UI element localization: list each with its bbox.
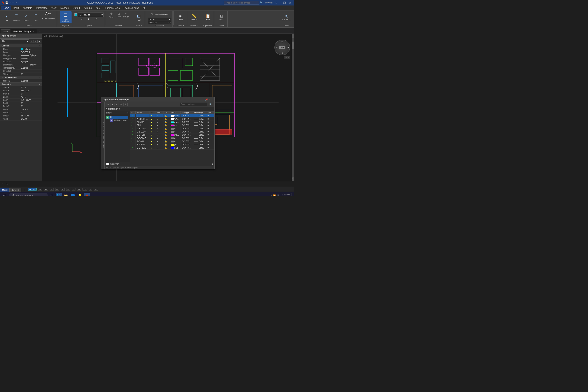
layer-linetype-0[interactable]: CONTIN... bbox=[181, 114, 193, 118]
layer-color-8[interactable]: 8 bbox=[170, 140, 181, 143]
layer-name-6[interactable]: E-B-FURR bbox=[136, 134, 150, 136]
menu-tab-home[interactable]: Home bbox=[1, 6, 11, 10]
quickaccess-save[interactable]: 💾 bbox=[5, 1, 8, 4]
layer-on-5[interactable]: ● bbox=[150, 130, 156, 133]
layer-linetype-9[interactable]: CONTIN... bbox=[181, 143, 193, 146]
status-grid-btn[interactable]: ▦ bbox=[38, 188, 42, 191]
prop-section-3dviz[interactable]: 3D Visualization − bbox=[0, 76, 42, 80]
dimension-button[interactable]: ⟷ Dimension bbox=[41, 16, 56, 21]
layer-name-2[interactable]: CHAIRS bbox=[136, 120, 150, 124]
bylayer-linetype-select[interactable]: BYLAYER bbox=[148, 21, 171, 24]
insert-button[interactable]: ⊞ Insert bbox=[134, 11, 144, 23]
col-linetype[interactable]: Linetype bbox=[181, 111, 193, 114]
layer-on-8[interactable]: ● bbox=[150, 140, 156, 143]
restore-button[interactable]: ❐ bbox=[282, 1, 287, 5]
select-mode-button[interactable]: ↖ Select Mode bbox=[282, 11, 292, 23]
status-snap-btn[interactable]: ▣ bbox=[44, 188, 48, 191]
layer-lineweight-6[interactable]: —— Defa... bbox=[193, 134, 206, 136]
col-status[interactable]: S... bbox=[130, 111, 136, 114]
command-input[interactable] bbox=[9, 183, 292, 185]
layer-on-0[interactable]: ● bbox=[150, 114, 156, 118]
quickaccess-undo[interactable]: ↩ bbox=[10, 1, 11, 4]
layer-row[interactable]: ✓ E-B-MULL ● ● 🔓 8 CONTIN... —— Defa... … bbox=[130, 140, 214, 143]
menu-tab-custom[interactable]: ⊞ + bbox=[141, 6, 149, 10]
quickaccess-redo[interactable]: ↪ bbox=[12, 1, 14, 4]
layer-transparency-10[interactable]: 0 bbox=[206, 146, 214, 149]
layer-freeze-10[interactable]: ● bbox=[155, 146, 163, 149]
lm-delete-layer-button[interactable]: ✕ bbox=[110, 103, 114, 106]
layer-lock-4[interactable]: 🔓 bbox=[164, 127, 170, 130]
prop-btn-1[interactable]: ⊡ bbox=[30, 40, 33, 43]
layer-transparency-5[interactable]: 0 bbox=[206, 130, 214, 133]
layer-transparency-7[interactable]: 0 bbox=[206, 136, 214, 140]
stretch-button[interactable]: ↔ Stretch bbox=[123, 11, 130, 18]
menu-tab-a360[interactable]: A360 bbox=[94, 6, 103, 10]
layer-lineweight-11[interactable]: —— Defa... bbox=[193, 149, 206, 150]
menu-tab-express[interactable]: Express Tools bbox=[103, 6, 122, 10]
layer-name-10[interactable]: E-C-HEAD bbox=[136, 146, 150, 149]
layer-freeze-1[interactable]: ● bbox=[155, 118, 163, 120]
layer-transparency-1[interactable]: 0 bbox=[206, 118, 214, 120]
menu-tab-featured[interactable]: Featured Apps bbox=[122, 6, 141, 10]
layer-row[interactable]: ✓ A-DOOR-T... ● ● 🔓 whi... CONTIN... —— … bbox=[130, 118, 214, 120]
search-input[interactable] bbox=[224, 1, 259, 4]
explorer-icon[interactable]: 📁 bbox=[63, 193, 69, 196]
col-transparency[interactable]: Tran... bbox=[206, 111, 214, 114]
line-button[interactable]: / Line bbox=[2, 11, 11, 23]
layer-name-0[interactable]: 0 bbox=[136, 114, 150, 118]
layer-lock-10[interactable]: 🔓 bbox=[164, 146, 170, 149]
layer-color-6[interactable]: ma... bbox=[170, 134, 181, 136]
layer-on-7[interactable]: ● bbox=[150, 136, 156, 140]
layer-color-0[interactable]: white bbox=[170, 114, 181, 118]
copy-button[interactable]: ⧉ Copy bbox=[115, 11, 122, 18]
layer-lock-0[interactable]: 🔓 bbox=[164, 114, 170, 118]
compass-center[interactable]: TOP bbox=[279, 46, 285, 49]
layer-transparency-6[interactable]: 0 bbox=[206, 134, 214, 136]
layer-linetype-11[interactable]: CONTIN... bbox=[181, 149, 193, 150]
layer-row[interactable]: ✓ CHAIRS ● ● 🔓 cyan CONTIN... —— Defa...… bbox=[130, 120, 214, 124]
layer-lineweight-3[interactable]: —— Defa... bbox=[193, 124, 206, 127]
layer-lineweight-4[interactable]: —— Defa... bbox=[193, 127, 206, 130]
layer-lineweight-2[interactable]: —— Defa... bbox=[193, 120, 206, 124]
layer-name-select[interactable]: E-F-TERR bbox=[78, 12, 104, 17]
menu-tab-view[interactable]: View bbox=[50, 6, 58, 10]
layer-freeze-0[interactable]: ● bbox=[155, 114, 163, 118]
layer-transparency-4[interactable]: 0 bbox=[206, 127, 214, 130]
status-ortho-btn[interactable]: ↔ bbox=[50, 188, 54, 191]
layer-row[interactable]: ✓ E-B-GLAZ ● ● 🔓 8 CONTIN... —— Defa... … bbox=[130, 136, 214, 140]
status-qs-btn[interactable]: ⊟ bbox=[94, 188, 98, 191]
layer-freeze-11[interactable]: ● bbox=[155, 149, 163, 150]
layer-name-4[interactable]: E-B-CORE bbox=[136, 127, 150, 130]
start-button[interactable]: ⊞ bbox=[2, 193, 8, 196]
filter-all-used[interactable]: ▦ All Used Layers bbox=[106, 119, 128, 122]
invert-filter-checkbox[interactable] bbox=[106, 163, 109, 165]
prop-btn-2[interactable]: ⊞ bbox=[34, 40, 37, 43]
layer-color-1[interactable]: whi... bbox=[170, 118, 181, 120]
layer-color-4[interactable]: 8 bbox=[170, 127, 181, 130]
layer-lineweight-0[interactable]: —— Defa... bbox=[193, 114, 206, 118]
status-lw-btn[interactable]: 1:1 bbox=[82, 188, 88, 191]
layer-color-9[interactable]: yell... bbox=[170, 143, 181, 146]
status-polar-btn[interactable]: ◎ bbox=[55, 188, 59, 191]
lm-titlebar[interactable]: Layer Properties Manager 📌 – ✕ bbox=[101, 98, 214, 102]
layer-lock-8[interactable]: 🔓 bbox=[164, 140, 170, 143]
lm-set-current-button[interactable]: ✓ bbox=[115, 103, 119, 106]
layer-on-2[interactable]: ● bbox=[150, 120, 156, 124]
layer-freeze-7[interactable]: ● bbox=[155, 136, 163, 140]
canvas-area[interactable]: [-][Top][2D Wireframe] X Y bbox=[42, 34, 294, 181]
lm-search-button[interactable]: 🔍 bbox=[208, 103, 213, 106]
lm-new-layer-button[interactable]: ⊞ bbox=[106, 103, 110, 106]
layer-lock-9[interactable]: 🔓 bbox=[164, 143, 170, 146]
prop-btn-3[interactable]: ▣ bbox=[38, 40, 41, 43]
layer-on-9[interactable]: ● bbox=[150, 143, 156, 146]
layer-row[interactable]: ✓ E-F-CASE ● ● 🔓 cyan CONTIN... —— Defa.… bbox=[130, 149, 214, 150]
layer-transparency-2[interactable]: 0 bbox=[206, 120, 214, 124]
layer-linetype-2[interactable]: CONTIN... bbox=[181, 120, 193, 124]
layer-linetype-10[interactable]: CONTIN... bbox=[181, 146, 193, 149]
layer-on-11[interactable]: ● bbox=[150, 149, 156, 150]
menu-tab-output[interactable]: Output bbox=[71, 6, 82, 10]
filter-all[interactable]: ▦ All bbox=[106, 116, 128, 119]
group-button[interactable]: ▣ Group bbox=[176, 11, 185, 23]
col-freeze[interactable]: Free... bbox=[155, 111, 163, 114]
layer-row[interactable]: ✓ 0 ● ● 🔓 white CONTIN... —— Defa... 0 bbox=[130, 114, 214, 118]
